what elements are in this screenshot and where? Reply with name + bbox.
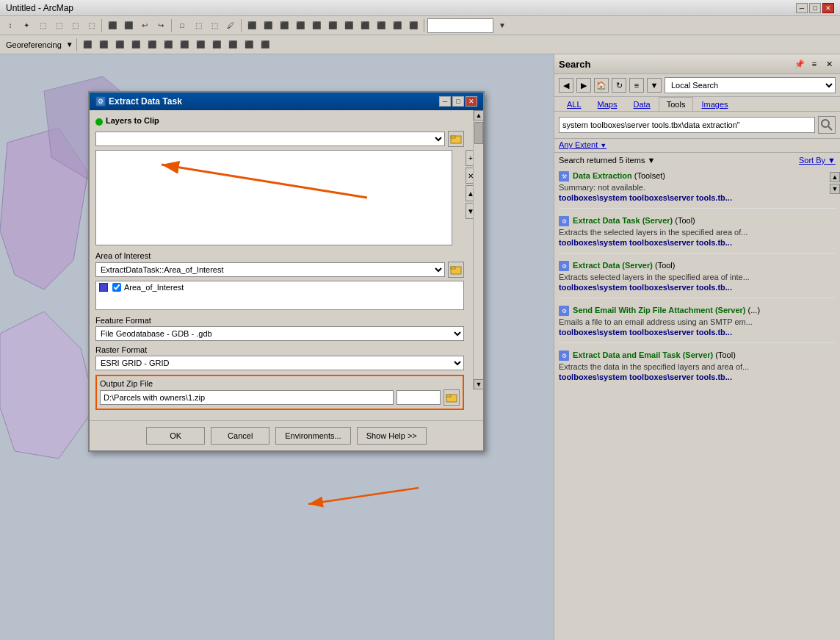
geo-btn-8[interactable]: ⬛ xyxy=(193,37,208,52)
tool-btn-2[interactable]: ✦ xyxy=(19,18,34,33)
search-go-button[interactable] xyxy=(818,116,836,134)
dialog-maximize-btn[interactable]: □ xyxy=(452,96,464,107)
scroll-thumb[interactable] xyxy=(474,122,483,144)
panel-menu-btn[interactable]: ≡ xyxy=(808,57,821,71)
svg-text:⚙: ⚙ xyxy=(562,218,567,225)
layers-list[interactable] xyxy=(95,150,452,245)
environments-button[interactable]: Environments... xyxy=(275,427,350,445)
aoi-browse-btn[interactable] xyxy=(448,262,464,278)
tab-tools[interactable]: Tools xyxy=(659,97,694,111)
search-input[interactable] xyxy=(559,117,815,133)
tool-btn-21[interactable]: ⬛ xyxy=(341,18,356,33)
tool-btn-17[interactable]: ⬛ xyxy=(277,18,292,33)
feature-format-section: Feature Format File Geodatabase - GDB - … xyxy=(95,316,477,341)
close-button[interactable]: ✕ xyxy=(822,3,834,13)
result-path-3[interactable]: toolboxes\system toolboxes\server tools.… xyxy=(559,283,836,292)
search-options-btn[interactable]: ≡ xyxy=(629,78,644,93)
output-zip-input[interactable] xyxy=(100,390,394,405)
result-path-2[interactable]: toolboxes\system toolboxes\server tools.… xyxy=(559,238,836,247)
ok-button[interactable]: OK xyxy=(146,427,205,445)
result-title-bold-4: Send Email With Zip File Attachment (Ser… xyxy=(573,306,745,314)
tool-btn-20[interactable]: ⬛ xyxy=(325,18,340,33)
panel-close-btn[interactable]: ✕ xyxy=(822,57,836,71)
feature-format-combo[interactable]: File Geodatabase - GDB - .gdb xyxy=(95,326,464,341)
extent-dropdown[interactable]: Any Extent ▼ xyxy=(559,140,607,149)
scroll-down-btn[interactable]: ▼ xyxy=(474,379,484,389)
show-help-button[interactable]: Show Help >> xyxy=(357,427,427,445)
aoi-checkbox[interactable] xyxy=(112,283,121,292)
scroll-track xyxy=(474,121,483,379)
cancel-button[interactable]: Cancel xyxy=(211,427,269,445)
geo-btn-2[interactable]: ⬛ xyxy=(96,37,111,52)
tab-maps[interactable]: Maps xyxy=(590,97,626,111)
panel-scroll-down[interactable]: ▼ xyxy=(830,184,840,194)
geo-btn-4[interactable]: ⬛ xyxy=(128,37,143,52)
map-area[interactable]: ⚙ Extract Data Task ─ □ ✕ ▲ ▼ xyxy=(0,54,554,640)
tab-images[interactable]: Images xyxy=(693,97,736,111)
search-back-btn[interactable]: ◀ xyxy=(559,78,573,93)
tool-btn-7[interactable]: ⬛ xyxy=(105,18,120,33)
tool-btn-8[interactable]: ⬛ xyxy=(121,18,136,33)
layers-combo[interactable] xyxy=(95,132,445,146)
tool-btn-15[interactable]: ⬛ xyxy=(245,18,259,33)
tab-data[interactable]: Data xyxy=(625,97,658,111)
tool-btn-22[interactable]: ⬛ xyxy=(358,18,372,33)
geo-btn-5[interactable]: ⬛ xyxy=(145,37,159,52)
result-path-5[interactable]: toolboxes\system toolboxes\server tools.… xyxy=(559,373,836,381)
output-zip-extra[interactable] xyxy=(397,390,441,405)
tool-btn-1[interactable]: ↕ xyxy=(3,18,18,33)
aoi-combo[interactable]: ExtractDataTask::Area_of_Interest xyxy=(95,262,445,277)
search-dropdown-btn[interactable]: ▼ xyxy=(495,18,510,33)
maximize-button[interactable]: □ xyxy=(809,3,821,13)
main-search-input[interactable] xyxy=(427,18,493,33)
tool-btn-6[interactable]: ⬚ xyxy=(84,18,98,33)
tool-btn-13[interactable]: ⬚ xyxy=(207,18,222,33)
extent-arrow-icon: ▼ xyxy=(600,142,607,149)
geo-btn-3[interactable]: ⬛ xyxy=(112,37,127,52)
dialog-minimize-btn[interactable]: ─ xyxy=(439,96,451,107)
tool-btn-5[interactable]: ⬚ xyxy=(68,18,82,33)
tool-btn-14[interactable]: 🖊 xyxy=(223,18,238,33)
tool-btn-12[interactable]: ⬚ xyxy=(191,18,206,33)
raster-format-combo[interactable]: ESRI GRID - GRID xyxy=(95,356,464,370)
geo-btn-11[interactable]: ⬛ xyxy=(242,37,256,52)
tool-btn-18[interactable]: ⬛ xyxy=(293,18,308,33)
geo-btn-12[interactable]: ⬛ xyxy=(258,37,272,52)
tool-btn-23[interactable]: ⬛ xyxy=(374,18,388,33)
layers-section-label: Layers to Clip xyxy=(106,116,159,125)
svg-point-14 xyxy=(822,120,829,127)
layers-add-btn[interactable] xyxy=(448,131,464,147)
tool-btn-24[interactable]: ⬛ xyxy=(390,18,405,33)
search-arrow-btn[interactable]: ▼ xyxy=(647,78,662,93)
tool-btn-16[interactable]: ⬛ xyxy=(261,18,275,33)
search-forward-btn[interactable]: ▶ xyxy=(576,78,591,93)
tool-btn-25[interactable]: ⬛ xyxy=(406,18,421,33)
panel-scroll-up[interactable]: ▲ xyxy=(830,172,840,182)
geo-btn-9[interactable]: ⬛ xyxy=(209,37,224,52)
dialog-close-btn[interactable]: ✕ xyxy=(466,96,477,107)
geo-btn-1[interactable]: ⬛ xyxy=(80,37,95,52)
tool-btn-4[interactable]: ⬚ xyxy=(51,18,66,33)
tool-btn-3[interactable]: ⬚ xyxy=(35,18,50,33)
search-scope-combo[interactable]: Local Search ArcGIS Online My Organizati… xyxy=(665,77,836,93)
output-browse-btn[interactable] xyxy=(443,389,460,406)
tool-btn-10[interactable]: ↪ xyxy=(153,18,168,33)
result-path-1[interactable]: toolboxes\system toolboxes\server tools.… xyxy=(559,193,836,202)
geo-btn-10[interactable]: ⬛ xyxy=(225,37,240,52)
separator-3 xyxy=(241,19,242,32)
panel-pin-btn[interactable]: 📌 xyxy=(793,57,806,71)
search-home-btn[interactable]: 🏠 xyxy=(594,78,609,93)
minimize-button[interactable]: ─ xyxy=(796,3,808,13)
tool-btn-19[interactable]: ⬛ xyxy=(309,18,324,33)
georef-arrow[interactable]: ▼ xyxy=(66,40,73,48)
scroll-up-btn[interactable]: ▲ xyxy=(474,110,484,121)
geo-btn-7[interactable]: ⬛ xyxy=(177,37,192,52)
search-refresh-btn[interactable]: ↻ xyxy=(612,78,626,93)
tab-all[interactable]: ALL xyxy=(559,97,590,111)
result-path-4[interactable]: toolboxes\system toolboxes\server tools.… xyxy=(559,328,836,337)
geo-btn-6[interactable]: ⬛ xyxy=(161,37,175,52)
tool-btn-9[interactable]: ↩ xyxy=(137,18,152,33)
sort-by-btn[interactable]: Sort By ▼ xyxy=(799,156,836,165)
tool-btn-11[interactable]: □ xyxy=(175,18,189,33)
dialog-title-text: Extract Data Task xyxy=(109,96,182,107)
